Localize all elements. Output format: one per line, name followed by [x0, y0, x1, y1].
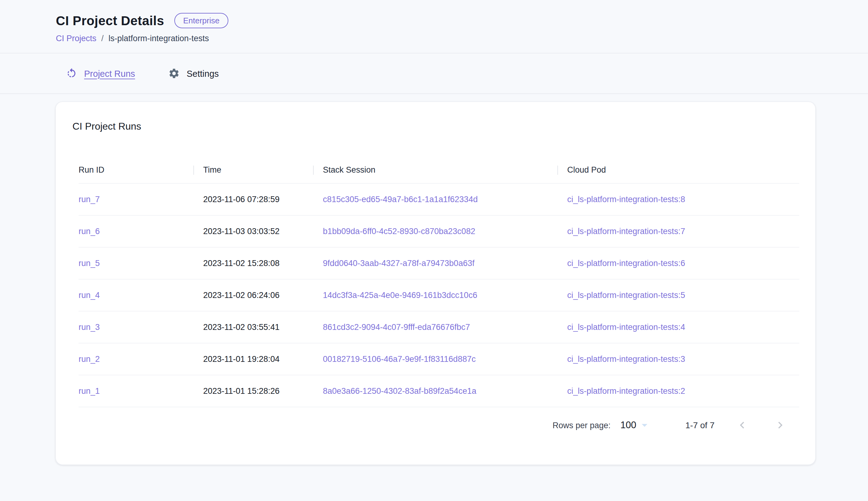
chevron-right-icon	[773, 418, 787, 432]
tab-project-runs[interactable]: Project Runs	[66, 67, 135, 79]
enterprise-badge: Enterprise	[175, 13, 228, 28]
runs-table: Run ID Time Stack Session Cloud Pod run_…	[79, 157, 799, 407]
cloud-pod-link[interactable]: ci_ls-platform-integration-tests:8	[567, 195, 685, 204]
time-cell: 2023-11-01 15:28:26	[193, 386, 313, 396]
rotate-left-icon	[66, 67, 77, 79]
table-row: run_6 2023-11-03 03:03:52 b1bb09da-6ff0-…	[79, 216, 799, 248]
table-row: run_5 2023-11-02 15:28:08 9fdd0640-3aab-…	[79, 248, 799, 279]
breadcrumb: CI Projects / ls-platform-integration-te…	[56, 34, 868, 53]
run-id-link[interactable]: run_1	[79, 386, 100, 396]
previous-page-button[interactable]	[732, 415, 752, 436]
table-row: run_3 2023-11-02 03:55:41 861cd3c2-9094-…	[79, 311, 799, 343]
run-id-link[interactable]: run_7	[79, 195, 100, 204]
cloud-pod-link[interactable]: ci_ls-platform-integration-tests:7	[567, 227, 685, 236]
table-row: run_2 2023-11-01 19:28:04 00182719-5106-…	[79, 343, 799, 375]
table-header-row: Run ID Time Stack Session Cloud Pod	[79, 157, 799, 184]
cloud-pod-link[interactable]: ci_ls-platform-integration-tests:4	[567, 322, 685, 332]
stack-session-link[interactable]: 861cd3c2-9094-4c07-9fff-eda76676fbc7	[323, 322, 470, 332]
page: CI Project Details Enterprise CI Project…	[0, 0, 868, 501]
stack-session-link[interactable]: 14dc3f3a-425a-4e0e-9469-161b3dcc10c6	[323, 290, 477, 300]
gear-icon	[168, 67, 180, 79]
time-cell: 2023-11-02 03:55:41	[193, 322, 313, 332]
rows-per-page-select[interactable]: 100	[620, 418, 651, 432]
ci-project-runs-card: CI Project Runs Run ID Time Stack Sessio…	[55, 102, 816, 465]
breadcrumb-link-ci-projects[interactable]: CI Projects	[56, 34, 96, 43]
table-row: run_4 2023-11-02 06:24:06 14dc3f3a-425a-…	[79, 279, 799, 311]
table-row: run_7 2023-11-06 07:28:59 c815c305-ed65-…	[79, 184, 799, 216]
tab-bar: Project Runs Settings	[0, 53, 868, 94]
cloud-pod-link[interactable]: ci_ls-platform-integration-tests:2	[567, 386, 685, 396]
cloud-pod-link[interactable]: ci_ls-platform-integration-tests:5	[567, 290, 685, 300]
rows-per-page-label: Rows per page:	[552, 420, 611, 430]
stack-session-link[interactable]: c815c305-ed65-49a7-b6c1-1a1a1f62334d	[323, 195, 477, 204]
run-id-link[interactable]: run_2	[79, 354, 100, 364]
pagination: Rows per page: 100 1-7 of 7	[56, 407, 791, 443]
run-id-link[interactable]: run_5	[79, 259, 100, 268]
rows-per-page-value: 100	[620, 419, 636, 431]
dropdown-arrow-icon	[637, 418, 651, 432]
run-id-link[interactable]: run_4	[79, 290, 100, 300]
app-header: CI Project Details Enterprise CI Project…	[0, 0, 868, 53]
breadcrumb-separator: /	[101, 34, 104, 43]
tab-settings[interactable]: Settings	[168, 67, 219, 79]
run-id-link[interactable]: run_3	[79, 322, 100, 332]
cloud-pod-link[interactable]: ci_ls-platform-integration-tests:6	[567, 259, 685, 268]
page-title: CI Project Details	[56, 13, 164, 28]
time-cell: 2023-11-01 19:28:04	[193, 354, 313, 364]
cloud-pod-link[interactable]: ci_ls-platform-integration-tests:3	[567, 354, 685, 364]
column-header-cloud-pod[interactable]: Cloud Pod	[557, 165, 799, 174]
tab-settings-label: Settings	[187, 68, 219, 78]
next-page-button[interactable]	[770, 415, 791, 436]
stack-session-link[interactable]: 8a0e3a66-1250-4302-83af-b89f2a54ce1a	[323, 386, 476, 396]
time-cell: 2023-11-02 15:28:08	[193, 259, 313, 268]
stack-session-link[interactable]: 9fdd0640-3aab-4327-a78f-a79473b0a63f	[323, 259, 474, 268]
tab-project-runs-label: Project Runs	[84, 68, 135, 78]
stack-session-link[interactable]: b1bb09da-6ff0-4c52-8930-c870ba23c082	[323, 227, 475, 236]
chevron-left-icon	[735, 418, 749, 432]
column-header-time[interactable]: Time	[193, 165, 313, 174]
time-cell: 2023-11-02 06:24:06	[193, 290, 313, 300]
column-header-run-id[interactable]: Run ID	[79, 165, 193, 174]
card-title: CI Project Runs	[73, 121, 815, 132]
time-cell: 2023-11-03 03:03:52	[193, 227, 313, 236]
breadcrumb-current: ls-platform-integration-tests	[109, 34, 209, 43]
time-cell: 2023-11-06 07:28:59	[193, 195, 313, 204]
pagination-range-label: 1-7 of 7	[685, 420, 715, 430]
stack-session-link[interactable]: 00182719-5106-46a7-9e9f-1f83116d887c	[323, 354, 476, 364]
column-header-stack-session[interactable]: Stack Session	[313, 165, 557, 174]
run-id-link[interactable]: run_6	[79, 227, 100, 236]
table-body: run_7 2023-11-06 07:28:59 c815c305-ed65-…	[79, 184, 799, 407]
table-row: run_1 2023-11-01 15:28:26 8a0e3a66-1250-…	[79, 375, 799, 407]
